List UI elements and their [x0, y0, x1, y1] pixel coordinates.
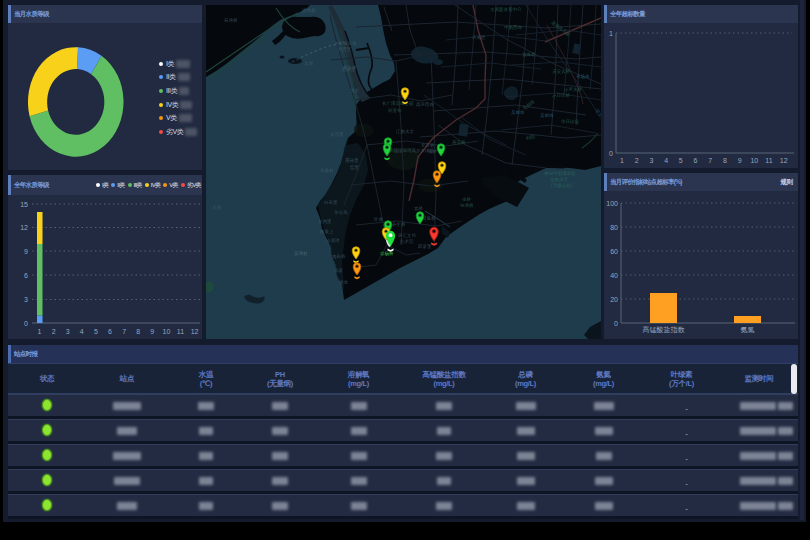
svg-text:10: 10	[163, 328, 171, 335]
svg-text:华庄街道: 华庄街道	[561, 119, 580, 125]
svg-text:1: 1	[620, 157, 624, 164]
svg-text:1: 1	[38, 328, 42, 335]
svg-text:石塘桥: 石塘桥	[224, 17, 238, 23]
svg-text:12: 12	[191, 328, 199, 335]
svg-text:15: 15	[20, 201, 28, 208]
svg-text:龙寺坞: 龙寺坞	[334, 210, 348, 215]
svg-text:12: 12	[780, 157, 788, 164]
svg-text:2: 2	[52, 328, 56, 335]
svg-text:0: 0	[614, 320, 618, 327]
svg-text:6: 6	[24, 272, 28, 279]
svg-text:3: 3	[649, 157, 653, 164]
svg-text:副院: 副院	[526, 134, 536, 140]
svg-text:11: 11	[765, 157, 772, 164]
svg-text:艺术宫: 艺术宫	[400, 239, 414, 244]
svg-text:5: 5	[679, 157, 683, 164]
svg-text:渔港: 渔港	[339, 280, 349, 285]
svg-text:9: 9	[738, 157, 742, 164]
svg-text:12: 12	[20, 224, 28, 231]
svg-text:8: 8	[136, 328, 140, 335]
svg-text:同庵桥: 同庵桥	[422, 216, 436, 221]
svg-text:太湖: 太湖	[212, 205, 222, 210]
svg-text:7: 7	[122, 328, 126, 335]
svg-text:20: 20	[610, 296, 618, 303]
svg-text:4: 4	[80, 328, 84, 335]
svg-text:叶巷: 叶巷	[374, 217, 384, 222]
svg-text:东绛桥: 东绛桥	[522, 52, 536, 57]
svg-text:60: 60	[610, 248, 618, 255]
svg-text:11: 11	[177, 328, 184, 335]
svg-text:6: 6	[694, 157, 698, 164]
svg-text:吴都路: 吴都路	[540, 113, 554, 118]
svg-text:吴都路: 吴都路	[522, 99, 536, 111]
svg-text:陆典里: 陆典里	[342, 66, 356, 72]
svg-text:白石里: 白石里	[324, 199, 338, 205]
svg-text:高锰酸盐指数: 高锰酸盐指数	[643, 326, 686, 334]
svg-text:太湖鼋头渚: 太湖鼋头渚	[334, 40, 357, 46]
svg-text:0: 0	[24, 320, 28, 327]
svg-text:吉杨桥: 吉杨桥	[380, 251, 394, 256]
svg-text:东南大学: 东南大学	[550, 177, 569, 182]
svg-text:9: 9	[150, 328, 154, 335]
svg-text:科宣馆: 科宣馆	[388, 108, 402, 113]
svg-text:养生桥: 养生桥	[392, 222, 406, 227]
svg-text:9: 9	[24, 248, 28, 255]
svg-text:80: 80	[610, 224, 618, 231]
svg-text:张桥: 张桥	[462, 197, 472, 202]
svg-text:8: 8	[723, 157, 727, 164]
svg-text:长广溪湿地公园: 长广溪湿地公园	[382, 100, 414, 106]
svg-text:7: 7	[708, 157, 712, 164]
svg-text:沈家: 沈家	[334, 268, 344, 273]
svg-text:2: 2	[635, 157, 639, 164]
svg-text:4: 4	[664, 157, 668, 164]
svg-text:窑里: 窑里	[350, 165, 360, 170]
svg-text:大浮里: 大浮里	[330, 131, 344, 137]
svg-text:江南大学: 江南大学	[396, 129, 415, 134]
svg-text:重砖里: 重砖里	[345, 157, 359, 163]
svg-text:0: 0	[609, 150, 613, 157]
svg-text:小湖渚: 小湖渚	[326, 238, 340, 243]
svg-text:太湖新体育中心: 太湖新体育中心	[490, 6, 522, 12]
svg-text:湖滨饭店: 湖滨饭店	[594, 108, 601, 126]
svg-text:10: 10	[750, 157, 758, 164]
svg-text:5: 5	[94, 328, 98, 335]
svg-text:中南西路: 中南西路	[504, 24, 523, 30]
svg-text:太湖: 太湖	[304, 61, 314, 66]
svg-text:(无锡分校): (无锡分校)	[551, 182, 572, 188]
svg-text:渔港桥: 渔港桥	[302, 8, 316, 13]
svg-text:3: 3	[24, 296, 28, 303]
svg-text:40: 40	[610, 272, 618, 279]
svg-text:东鸿里: 东鸿里	[318, 219, 332, 224]
svg-text:南栃桥: 南栃桥	[332, 254, 346, 259]
svg-text:无锡绿波湾高尔夫球场: 无锡绿波湾高尔夫球场	[389, 147, 434, 154]
svg-text:小日庄桥: 小日庄桥	[552, 93, 571, 98]
svg-text:6: 6	[108, 328, 112, 335]
svg-text:1: 1	[609, 30, 613, 37]
svg-text:青桥: 青桥	[414, 206, 424, 211]
svg-text:吴都路: 吴都路	[511, 110, 525, 115]
svg-text:100: 100	[606, 200, 618, 207]
svg-text:南泉上: 南泉上	[320, 229, 334, 234]
svg-text:小罗大桥: 小罗大桥	[564, 87, 583, 92]
svg-text:风景区: 风景区	[338, 46, 352, 52]
svg-text:祝塘桥: 祝塘桥	[460, 203, 474, 208]
svg-text:氨氮: 氨氮	[741, 326, 755, 334]
svg-text:天安大桥: 天安大桥	[552, 69, 571, 74]
svg-text:3: 3	[66, 328, 70, 335]
svg-text:薛家里: 薛家里	[418, 244, 432, 249]
svg-text:灵汇文化: 灵汇文化	[398, 232, 417, 238]
svg-text:滨湖区: 滨湖区	[472, 34, 486, 40]
svg-text:高浪西路: 高浪西路	[416, 101, 435, 107]
